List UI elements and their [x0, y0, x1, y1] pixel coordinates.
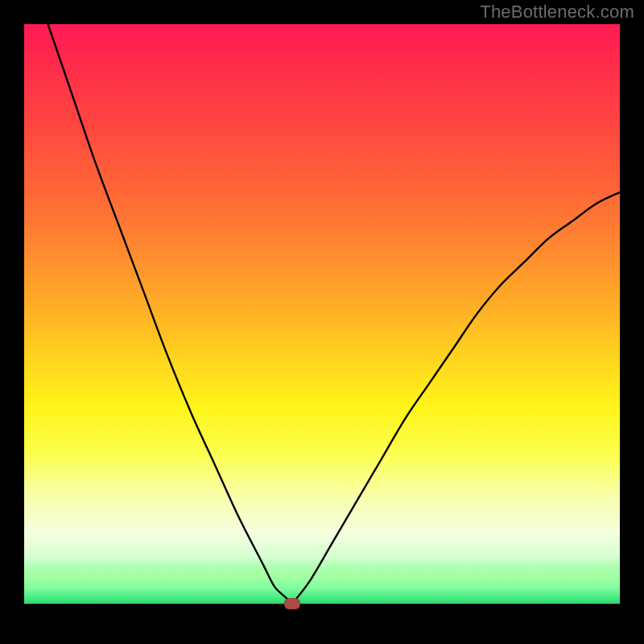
- bottleneck-minimum-marker: [284, 598, 300, 609]
- plot-area: [24, 24, 620, 604]
- watermark-text: TheBottleneck.com: [480, 2, 634, 23]
- chart-frame: TheBottleneck.com: [0, 0, 644, 644]
